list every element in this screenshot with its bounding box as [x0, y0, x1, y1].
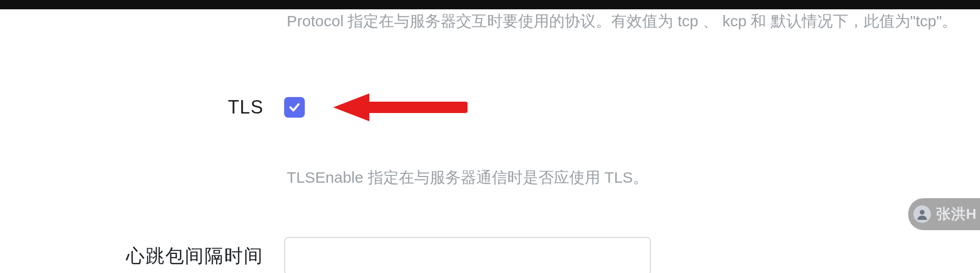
tls-label: TLS	[0, 97, 263, 118]
tls-description: TLSEnable 指定在与服务器通信时是否应使用 TLS。	[0, 166, 980, 190]
svg-marker-1	[333, 93, 369, 121]
window-titlebar	[0, 0, 980, 9]
heartbeat-input[interactable]	[284, 237, 651, 273]
annotation-arrow	[333, 89, 468, 125]
protocol-description: Protocol 指定在与服务器交互时要使用的协议。有效值为 tcp 、 kcp…	[0, 9, 980, 34]
heartbeat-label: 心跳包间隔时间	[0, 244, 263, 269]
tls-checkbox[interactable]	[284, 97, 305, 118]
svg-point-2	[920, 210, 924, 215]
watermark-badge: 张洪H	[908, 198, 980, 230]
watermark-avatar-icon	[913, 205, 931, 223]
check-icon	[288, 101, 301, 114]
watermark-text: 张洪H	[936, 204, 977, 224]
